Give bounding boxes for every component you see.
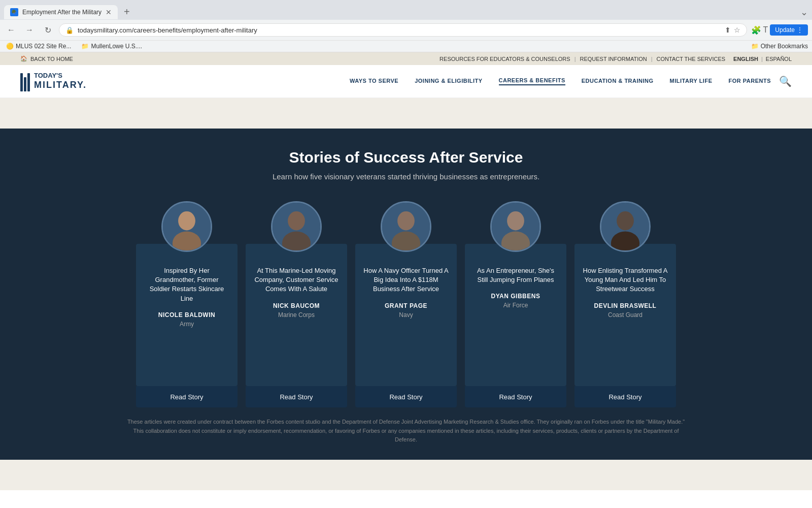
- profile-avatar[interactable]: T: [763, 25, 768, 35]
- card-branch-3: Air Force: [503, 302, 528, 309]
- card-cta-1[interactable]: Read Story: [246, 386, 347, 407]
- avatar-2: [381, 201, 431, 252]
- tab-bar: 🪖 Employment After the Military ✕ + ⌄: [0, 0, 812, 20]
- story-card-1: At This Marine-Led Moving Company, Custo…: [246, 201, 347, 407]
- bottom-section: [0, 460, 812, 490]
- hero-area: [0, 98, 812, 129]
- bookmark-mullenlowe-icon: 📁: [81, 43, 89, 50]
- separator-1: |: [574, 56, 576, 62]
- other-bookmarks[interactable]: 📁 Other Bookmarks: [751, 43, 808, 50]
- bookmark-mlus-label: MLUS 022 Site Re...: [16, 43, 71, 50]
- card-title-2: How A Navy Officer Turned A Big Idea Int…: [363, 266, 449, 294]
- forward-btn[interactable]: →: [22, 23, 37, 37]
- nav-military-life[interactable]: MILITARY LIFE: [670, 78, 713, 85]
- card-body-4: How Enlisting Transformed A Young Man An…: [574, 244, 676, 386]
- card-name-4: DEVLIN BRASWELL: [594, 302, 657, 309]
- share-icon[interactable]: ⬆: [725, 26, 731, 34]
- card-cta-2[interactable]: Read Story: [355, 386, 457, 407]
- logo-bar-1: [20, 73, 23, 91]
- story-card-0: Inspired By Her Grandmother, Former Sold…: [136, 201, 238, 407]
- card-title-1: At This Marine-Led Moving Company, Custo…: [254, 266, 339, 294]
- tab-expand-btn[interactable]: ⌄: [800, 7, 808, 18]
- card-cta-label-3: Read Story: [499, 393, 532, 401]
- logo-today: TODAY'S: [34, 72, 87, 80]
- story-card-4: How Enlisting Transformed A Young Man An…: [574, 201, 676, 407]
- section-subtitle: Learn how five visionary veterans starte…: [20, 172, 792, 181]
- story-card-2: How A Navy Officer Turned A Big Idea Int…: [355, 201, 457, 407]
- card-branch-0: Army: [180, 321, 194, 328]
- logo-icon: [20, 71, 30, 91]
- card-name-2: GRANT PAGE: [385, 302, 427, 309]
- card-name-3: DYAN GIBBENS: [491, 293, 540, 300]
- card-branch-4: Coast Guard: [608, 311, 642, 319]
- home-icon: 🏠: [20, 55, 27, 62]
- card-title-0: Inspired By Her Grandmother, Former Sold…: [144, 266, 229, 303]
- search-button[interactable]: 🔍: [779, 75, 792, 87]
- svg-point-10: [507, 211, 524, 231]
- bookmark-mlus[interactable]: 🟡 MLUS 022 Site Re...: [4, 42, 73, 51]
- disclaimer: These articles were created under contra…: [20, 407, 792, 460]
- logo-bar-3: [27, 73, 30, 91]
- refresh-btn[interactable]: ↻: [41, 23, 55, 37]
- top-bar-right: RESOURCES FOR EDUCATORS & COUNSELORS | R…: [439, 56, 792, 62]
- card-title-4: How Enlisting Transformed A Young Man An…: [583, 266, 668, 294]
- back-home-label: BACK TO HOME: [30, 56, 73, 62]
- dark-section: Stories of Success After Service Learn h…: [0, 129, 812, 460]
- bookmark-mullenlowe[interactable]: 📁 MullenLowe U.S....: [79, 42, 144, 51]
- logo-bar-2: [24, 77, 26, 91]
- cards-row: Inspired By Her Grandmother, Former Sold…: [20, 201, 792, 407]
- update-button[interactable]: Update ⋮: [770, 24, 808, 36]
- site-wrapper: 🏠 BACK TO HOME RESOURCES FOR EDUCATORS &…: [0, 52, 812, 490]
- nav-careers[interactable]: CAREERS & BENEFITS: [499, 77, 565, 85]
- avatar-0: [161, 201, 212, 252]
- main-nav: WAYS TO SERVE JOINING & ELIGIBILITY CARE…: [350, 77, 771, 85]
- card-body-3: As An Entrepreneur, She's Still Jumping …: [465, 244, 566, 386]
- avatar-1: [271, 201, 322, 252]
- search-icon: 🔍: [779, 76, 792, 87]
- tab-title: Employment After the Military: [22, 9, 101, 16]
- lang-spanish[interactable]: ESPAÑOL: [766, 56, 792, 62]
- svg-point-7: [397, 211, 415, 231]
- request-link[interactable]: REQUEST INFORMATION: [580, 56, 647, 62]
- bookmarks-bar: 🟡 MLUS 022 Site Re... 📁 MullenLowe U.S..…: [0, 40, 812, 52]
- nav-education[interactable]: EDUCATION & TRAINING: [582, 78, 654, 85]
- card-branch-2: Navy: [399, 311, 413, 319]
- section-title: Stories of Success After Service: [20, 149, 792, 166]
- new-tab-button[interactable]: +: [120, 4, 134, 20]
- card-cta-label-1: Read Story: [280, 393, 313, 401]
- lang-english[interactable]: ENGLISH: [733, 56, 758, 62]
- nav-for-parents[interactable]: FOR PARENTS: [728, 78, 771, 85]
- card-title-3: As An Entrepreneur, She's Still Jumping …: [473, 266, 558, 284]
- logo[interactable]: TODAY'S MILITARY.: [20, 71, 87, 91]
- svg-point-4: [288, 211, 305, 231]
- card-cta-4[interactable]: Read Story: [574, 386, 676, 407]
- tab-close-btn[interactable]: ✕: [106, 8, 112, 16]
- card-cta-0[interactable]: Read Story: [136, 386, 238, 407]
- card-branch-1: Marine Corps: [278, 311, 315, 319]
- separator-2: |: [651, 56, 653, 62]
- svg-point-13: [617, 211, 634, 231]
- nav-joining[interactable]: JOINING & ELIGIBILITY: [415, 78, 482, 85]
- card-name-0: NICOLE BALDWIN: [158, 311, 215, 319]
- bookmark-mlus-icon: 🟡: [6, 43, 14, 50]
- address-bar[interactable]: 🔒 todaysmilitary.com/careers-benefits/em…: [59, 23, 747, 37]
- disclaimer-text: These articles were created under contra…: [122, 418, 690, 444]
- svg-point-1: [178, 211, 195, 231]
- logo-text: TODAY'S MILITARY.: [34, 72, 87, 90]
- extensions-icon[interactable]: 🧩: [751, 25, 761, 35]
- avatar-3: [490, 201, 541, 252]
- logo-military: MILITARY.: [34, 80, 87, 91]
- bookmark-star-icon[interactable]: ☆: [734, 26, 740, 34]
- card-cta-label-2: Read Story: [389, 393, 422, 401]
- card-cta-3[interactable]: Read Story: [465, 386, 566, 407]
- card-cta-label-0: Read Story: [170, 393, 203, 401]
- card-cta-label-4: Read Story: [608, 393, 641, 401]
- back-home-link[interactable]: 🏠 BACK TO HOME: [20, 55, 73, 62]
- card-body-0: Inspired By Her Grandmother, Former Sold…: [136, 244, 238, 386]
- other-bookmarks-label: Other Bookmarks: [761, 43, 808, 50]
- back-btn[interactable]: ←: [4, 23, 18, 37]
- contact-link[interactable]: CONTACT THE SERVICES: [657, 56, 726, 62]
- active-tab[interactable]: 🪖 Employment After the Military ✕: [4, 5, 118, 19]
- nav-ways-to-serve[interactable]: WAYS TO SERVE: [350, 78, 398, 85]
- resources-link[interactable]: RESOURCES FOR EDUCATORS & COUNSELORS: [439, 56, 570, 62]
